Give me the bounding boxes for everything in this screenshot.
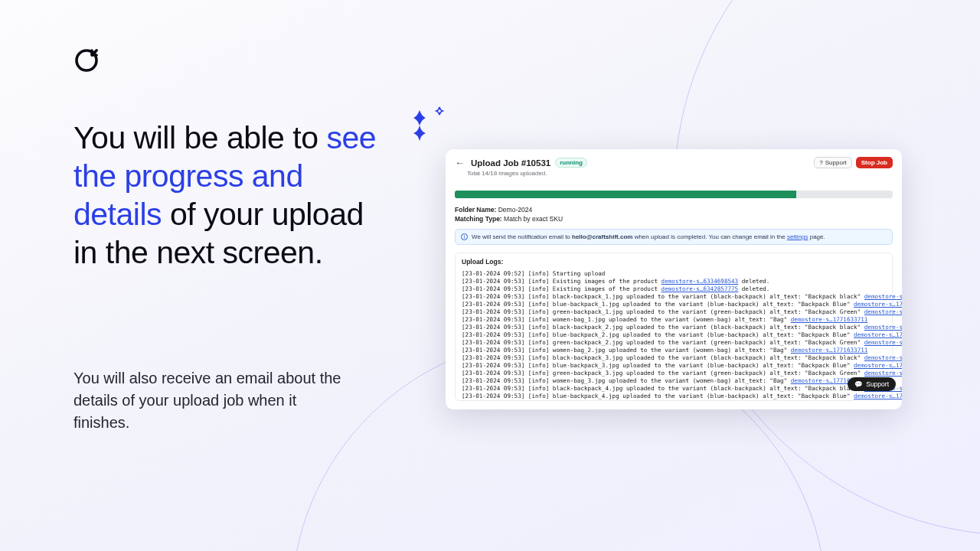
product-link[interactable]: demostore-s…1771633711 (791, 316, 868, 323)
log-line: [23-01-2024 09:53] [info] blue-backpack_… (462, 393, 886, 400)
log-line: [23-01-2024 09:53] [info] green-backpack… (462, 370, 886, 377)
support-button[interactable]: ? Support (814, 157, 851, 168)
product-link[interactable]: demostore-s…6334698543 (662, 278, 739, 285)
floating-support-button[interactable]: 💬 Support (848, 377, 896, 391)
sparkle-icon (404, 104, 450, 150)
product-link[interactable]: demostore-s…17579039 (864, 293, 902, 300)
product-link[interactable]: demostore-s…1757871151 (854, 393, 902, 399)
product-link[interactable]: demostore-s…17579039 (864, 324, 902, 331)
product-link[interactable]: demostore-s…1771633711 (791, 347, 868, 354)
matching-type-label: Matching Type: (455, 215, 502, 223)
notice-text: page. (808, 233, 825, 240)
notice-email: hello@craftshift.com (572, 233, 632, 240)
support-label: Support (825, 159, 847, 166)
progress-bar (455, 191, 893, 198)
log-line: [23-01-2024 09:53] [info] women-bag_3.jp… (462, 377, 886, 385)
log-line: [23-01-2024 09:52] [info] Starting uploa… (462, 270, 886, 278)
settings-link[interactable]: settings (787, 233, 808, 240)
upload-job-panel: ← Upload Job #10531 running Total 14/18 … (446, 149, 902, 409)
brand-logo (74, 47, 100, 77)
product-link[interactable]: demostore-s…17578383 (864, 308, 902, 315)
back-arrow-icon[interactable]: ← (455, 157, 465, 168)
folder-name-row: Folder Name: Demo-2024 (455, 206, 893, 214)
log-line: [23-01-2024 09:53] [info] black-backpack… (462, 293, 886, 301)
chat-icon: 💬 (854, 380, 863, 388)
log-line: [23-01-2024 09:53] [info] women-bag_2.jp… (462, 347, 886, 354)
log-line: [23-01-2024 09:53] [info] black-backpack… (462, 324, 886, 331)
product-link[interactable]: demostore-s…1757871151 (854, 301, 902, 308)
log-line: [23-01-2024 09:53] [info] Existing image… (462, 285, 886, 293)
product-link[interactable]: demostore-s…17579039 (864, 354, 902, 361)
log-line: [23-01-2024 09:53] [info] green-backpack… (462, 339, 886, 347)
matching-type-value: Match by exact SKU (504, 215, 563, 223)
page-title: Upload Job #10531 (471, 158, 550, 168)
log-line: [23-01-2024 09:53] [info] women-bag_1.jp… (462, 316, 886, 324)
folder-name-value: Demo-2024 (498, 206, 532, 214)
log-line: [23-01-2024 09:53] [info] Existing image… (462, 278, 886, 285)
log-line: [23-01-2024 09:53] [info] green-backpack… (462, 308, 886, 316)
log-line: [23-01-2024 09:53] [info] black-backpack… (462, 385, 886, 393)
upload-count: Total 14/18 images uploaded. (467, 170, 587, 177)
log-output: [23-01-2024 09:52] [info] Starting uploa… (462, 270, 886, 400)
question-icon: ? (819, 159, 822, 166)
matching-type-row: Matching Type: Match by exact SKU (455, 215, 893, 223)
product-link[interactable]: demostore-s…17578383 (864, 339, 902, 346)
log-line: [23-01-2024 09:53] [info] black-backpack… (462, 354, 886, 362)
notice-text: We will send the notification email to (472, 233, 572, 240)
status-badge: running (555, 158, 587, 168)
floating-support-label: Support (866, 380, 889, 388)
folder-name-label: Folder Name: (455, 206, 496, 214)
info-icon: i (461, 233, 468, 240)
log-line: [23-01-2024 09:53] [info] blue-backpack_… (462, 331, 886, 339)
stop-job-button[interactable]: Stop Job (856, 157, 893, 168)
notice-text: when upload is completed. You can change… (632, 233, 786, 240)
subtext: You will also receive an email about the… (74, 367, 349, 434)
progress-fill (455, 191, 796, 198)
headline-text: You will be able to (74, 120, 326, 155)
headline: You will be able to see the progress and… (74, 119, 395, 272)
log-line: [23-01-2024 09:53] [info] blue-backpack_… (462, 362, 886, 370)
product-link[interactable]: demostore-s…6342857775 (662, 285, 739, 292)
product-link[interactable]: demostore-s…17578383 (864, 370, 902, 377)
log-line: [23-01-2024 09:53] [info] blue-backpack_… (462, 301, 886, 308)
logs-heading: Upload Logs: (462, 258, 886, 266)
product-link[interactable]: demostore-s…1757871151 (854, 331, 902, 338)
email-notice: i We will send the notification email to… (455, 229, 893, 245)
product-link[interactable]: demostore-s…1757871151 (854, 362, 902, 369)
